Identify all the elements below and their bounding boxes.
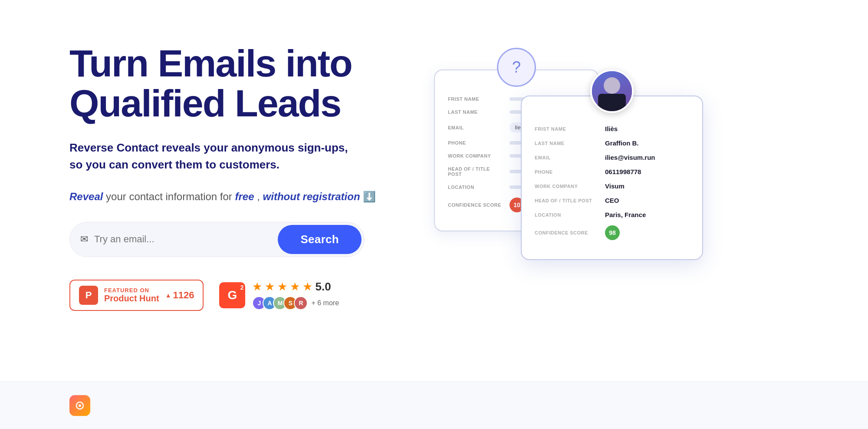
search-bar: ✉ Search <box>69 222 365 257</box>
front-card-value-phone: 0611998778 <box>605 168 641 175</box>
bottom-logo-svg <box>74 399 86 412</box>
person-head-shape <box>604 77 620 94</box>
back-card-label-title: HEAD OF / TITLE POST <box>448 166 504 177</box>
front-card-confidence-badge: 98 <box>605 225 620 240</box>
star-5: ★ <box>302 280 312 294</box>
g2-badge[interactable]: G2 ★ ★ ★ ★ ★ 5.0 J A <box>219 280 339 310</box>
question-mark-icon: ? <box>512 58 521 76</box>
front-card-row-lastname: LAST NAME Graffion B. <box>535 139 689 147</box>
person-body-shape <box>598 94 626 111</box>
reviewer-avatars: J A M S R + 6 more <box>252 296 339 310</box>
hero-section: Turn Emails into Qualified Leads Reverse… <box>0 0 868 369</box>
more-reviewers-text: + 6 more <box>311 299 339 307</box>
ph-logo-icon: P <box>79 286 98 305</box>
hero-left: Turn Emails into Qualified Leads Reverse… <box>69 35 408 311</box>
front-card-label-title: HEAD OF / TITLE POST <box>535 198 600 203</box>
front-card-value-title: CEO <box>605 197 619 204</box>
g2-rating-block: ★ ★ ★ ★ ★ 5.0 J A M S R <box>252 280 339 310</box>
front-card-value-company: Visum <box>605 182 625 190</box>
front-card-row-firstname: FRIST NAME Iliès <box>535 125 689 132</box>
hero-reveal-line: Reveal your contact information for free… <box>69 191 408 203</box>
reveal-italic-1: Reveal <box>69 191 103 202</box>
svg-point-1 <box>79 404 81 407</box>
anonymous-avatar: ? <box>497 48 536 87</box>
front-card-value-email: ilies@visum.run <box>605 154 655 161</box>
reveal-italic-2: free <box>235 191 254 202</box>
star-3: ★ <box>277 280 287 294</box>
g2-rating-number: 5.0 <box>315 280 331 294</box>
front-card-row-email: EMAIL ilies@visum.run <box>535 154 689 161</box>
hero-right: ? FRIST NAME LAST NAME EMAIL Iles91@gmai… <box>408 35 799 339</box>
front-card-row-title: HEAD OF / TITLE POST CEO <box>535 197 689 204</box>
front-card-label-email: EMAIL <box>535 155 600 160</box>
product-hunt-badge[interactable]: P FEATURED ON Product Hunt ▲ 1126 <box>69 280 204 311</box>
person-avatar <box>590 69 634 113</box>
back-card-label-location: LOCATION <box>448 185 504 190</box>
front-card-row-phone: PHONE 0611998778 <box>535 168 689 175</box>
back-card-label-email: EMAIL <box>448 125 504 130</box>
bottom-logo-1 <box>69 395 90 416</box>
ph-featured-on: FEATURED ON <box>104 287 159 294</box>
g2-logo-icon: G2 <box>219 282 245 308</box>
ph-arrow-icon: ▲ <box>165 292 171 299</box>
front-card-row-location: LOCATION Paris, France <box>535 211 689 218</box>
back-card-label-phone: PHONE <box>448 140 504 145</box>
star-2: ★ <box>265 280 275 294</box>
back-card-label-company: WORK COMPANY <box>448 153 504 158</box>
front-card-label-phone: PHONE <box>535 169 600 175</box>
reveal-italic-3: without registration <box>263 191 360 202</box>
back-card-label-lastname: LAST NAME <box>448 109 504 115</box>
front-card-row-confidence: CONFIDENCE SCORE 98 <box>535 225 689 240</box>
front-card-label-confidence: CONFIDENCE SCORE <box>535 230 600 235</box>
bottom-bar <box>0 381 868 429</box>
ph-count: ▲ 1126 <box>165 290 194 301</box>
front-card-label-company: WORK COMPANY <box>535 184 600 189</box>
reviewer-avatar-5: R <box>294 296 308 310</box>
stars-row: ★ ★ ★ ★ ★ 5.0 <box>252 280 339 294</box>
bottom-logo-icon-1 <box>69 395 90 416</box>
front-card-row-company: WORK COMPANY Visum <box>535 182 689 190</box>
badges-row: P FEATURED ON Product Hunt ▲ 1126 G2 <box>69 280 408 311</box>
front-card-label-location: LOCATION <box>535 212 600 218</box>
front-card-label-lastname: LAST NAME <box>535 141 600 146</box>
hero-subtitle: Reverse Contact reveals your anonymous s… <box>69 139 408 173</box>
front-card-value-firstname: Iliès <box>605 125 618 132</box>
back-card-label-confidence: CONFIDENCE SCORE <box>448 202 504 208</box>
ph-text-block: FEATURED ON Product Hunt <box>104 287 159 304</box>
search-input[interactable] <box>94 234 278 245</box>
front-card-value-location: Paris, France <box>605 211 646 218</box>
front-card: FRIST NAME Iliès LAST NAME Graffion B. E… <box>521 96 703 260</box>
page-wrapper: Turn Emails into Qualified Leads Reverse… <box>0 0 868 429</box>
search-button[interactable]: Search <box>278 225 362 254</box>
front-card-label-firstname: FRIST NAME <box>535 126 600 132</box>
front-card-value-lastname: Graffion B. <box>605 139 639 147</box>
star-1: ★ <box>252 280 262 294</box>
back-card-label-firstname: FRIST NAME <box>448 96 504 102</box>
avatar-inner <box>592 71 632 111</box>
page-title: Turn Emails into Qualified Leads <box>69 43 408 124</box>
star-4: ★ <box>290 280 300 294</box>
reveal-icon: ⬇️ <box>363 191 376 202</box>
ph-product-hunt-label: Product Hunt <box>104 294 159 304</box>
mail-icon: ✉ <box>80 234 88 245</box>
